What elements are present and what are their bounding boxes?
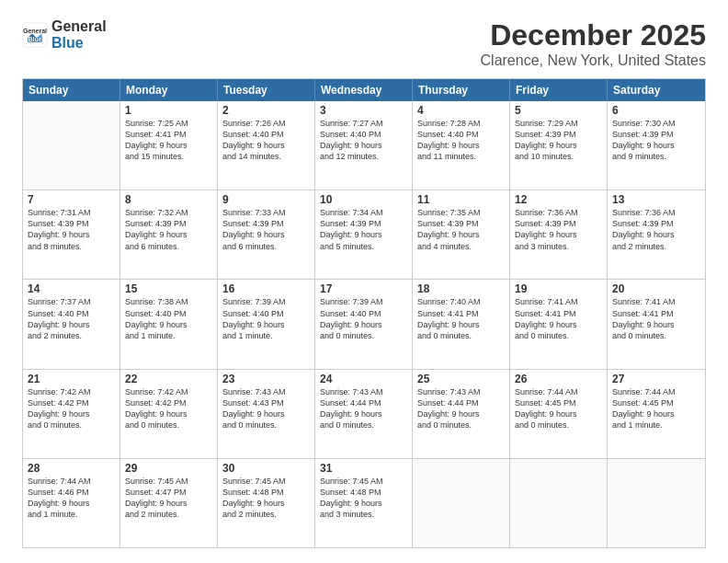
day-number: 8 [125,193,212,206]
cal-cell-r0-c3: 3Sunrise: 7:27 AMSunset: 4:40 PMDaylight… [315,101,413,190]
day-number: 21 [28,373,115,385]
cal-cell-r3-c0: 21Sunrise: 7:42 AMSunset: 4:42 PMDayligh… [23,370,120,458]
cell-info: Sunrise: 7:45 AMSunset: 4:48 PMDaylight:… [320,476,407,521]
cal-cell-r0-c5: 5Sunrise: 7:29 AMSunset: 4:39 PMDaylight… [510,101,608,190]
cell-info: Sunrise: 7:39 AMSunset: 4:40 PMDaylight:… [222,296,310,341]
cell-info: Sunrise: 7:36 AMSunset: 4:39 PMDaylight:… [612,207,700,252]
cell-info: Sunrise: 7:31 AMSunset: 4:39 PMDaylight:… [28,207,115,252]
cal-cell-r2-c0: 14Sunrise: 7:37 AMSunset: 4:40 PMDayligh… [23,280,120,368]
subtitle: Clarence, New York, United States [481,52,706,69]
day-number: 12 [515,193,602,206]
cell-info: Sunrise: 7:29 AMSunset: 4:39 PMDaylight:… [515,118,602,163]
cell-info: Sunrise: 7:35 AMSunset: 4:39 PMDaylight:… [417,207,505,252]
day-number: 22 [125,373,212,385]
cell-info: Sunrise: 7:45 AMSunset: 4:47 PMDaylight:… [125,476,212,521]
cell-info: Sunrise: 7:43 AMSunset: 4:44 PMDaylight:… [417,386,505,431]
cal-cell-r2-c5: 19Sunrise: 7:41 AMSunset: 4:41 PMDayligh… [510,280,608,368]
title-block: December 2025 Clarence, New York, United… [481,18,706,69]
cell-info: Sunrise: 7:38 AMSunset: 4:40 PMDaylight:… [125,296,212,341]
cell-info: Sunrise: 7:36 AMSunset: 4:39 PMDaylight:… [515,207,602,252]
svg-rect-0 [23,22,47,46]
col-monday: Monday [120,79,218,101]
cal-cell-r3-c2: 23Sunrise: 7:43 AMSunset: 4:43 PMDayligh… [218,370,315,458]
cell-info: Sunrise: 7:45 AMSunset: 4:48 PMDaylight:… [222,476,310,521]
cell-info: Sunrise: 7:43 AMSunset: 4:43 PMDaylight:… [222,386,310,431]
day-number: 11 [417,193,505,206]
col-tuesday: Tuesday [218,79,315,101]
main-title: December 2025 [481,18,706,52]
cell-info: Sunrise: 7:44 AMSunset: 4:45 PMDaylight:… [515,386,602,431]
cell-info: Sunrise: 7:42 AMSunset: 4:42 PMDaylight:… [28,386,115,431]
cell-info: Sunrise: 7:26 AMSunset: 4:40 PMDaylight:… [222,118,310,163]
cell-info: Sunrise: 7:42 AMSunset: 4:42 PMDaylight:… [125,386,212,431]
svg-text:Blue: Blue [28,36,41,42]
logo-text-block: General Blue [51,18,107,51]
day-number: 28 [28,462,115,475]
cal-row-0: 1Sunrise: 7:25 AMSunset: 4:41 PMDaylight… [23,101,705,190]
cal-cell-r4-c3: 31Sunrise: 7:45 AMSunset: 4:48 PMDayligh… [315,459,413,547]
cell-info: Sunrise: 7:43 AMSunset: 4:44 PMDaylight:… [320,386,407,431]
cell-info: Sunrise: 7:40 AMSunset: 4:41 PMDaylight:… [417,296,505,341]
cell-info: Sunrise: 7:27 AMSunset: 4:40 PMDaylight:… [320,118,407,163]
day-number: 5 [515,104,602,117]
day-number: 29 [125,462,212,475]
cell-info: Sunrise: 7:39 AMSunset: 4:40 PMDaylight:… [320,296,407,341]
cal-cell-r3-c3: 24Sunrise: 7:43 AMSunset: 4:44 PMDayligh… [315,370,413,458]
day-number: 20 [612,282,700,295]
cal-cell-r2-c1: 15Sunrise: 7:38 AMSunset: 4:40 PMDayligh… [120,280,218,368]
cal-row-3: 21Sunrise: 7:42 AMSunset: 4:42 PMDayligh… [23,370,705,459]
cal-cell-r0-c2: 2Sunrise: 7:26 AMSunset: 4:40 PMDaylight… [218,101,315,190]
day-number: 3 [320,104,407,117]
day-number: 26 [515,373,602,385]
cell-info: Sunrise: 7:41 AMSunset: 4:41 PMDaylight:… [612,296,700,341]
calendar: Sunday Monday Tuesday Wednesday Thursday… [22,78,706,548]
day-number: 31 [320,462,407,475]
col-wednesday: Wednesday [315,79,413,101]
page: General Blue General Blue December 2025 … [0,0,728,563]
cal-cell-r1-c3: 10Sunrise: 7:34 AMSunset: 4:39 PMDayligh… [315,190,413,279]
col-thursday: Thursday [413,79,510,101]
logo-icon: General Blue [22,22,48,48]
cal-cell-r0-c1: 1Sunrise: 7:25 AMSunset: 4:41 PMDaylight… [120,101,218,190]
cal-row-2: 14Sunrise: 7:37 AMSunset: 4:40 PMDayligh… [23,280,705,369]
cal-cell-r2-c3: 17Sunrise: 7:39 AMSunset: 4:40 PMDayligh… [315,280,413,368]
day-number: 30 [222,462,310,475]
cal-cell-r2-c2: 16Sunrise: 7:39 AMSunset: 4:40 PMDayligh… [218,280,315,368]
cal-cell-r0-c4: 4Sunrise: 7:28 AMSunset: 4:40 PMDaylight… [413,101,510,190]
cal-cell-r4-c4 [413,459,510,547]
cal-cell-r1-c1: 8Sunrise: 7:32 AMSunset: 4:39 PMDaylight… [120,190,218,279]
cal-cell-r2-c6: 20Sunrise: 7:41 AMSunset: 4:41 PMDayligh… [608,280,705,368]
cal-cell-r4-c0: 28Sunrise: 7:44 AMSunset: 4:46 PMDayligh… [23,459,120,547]
calendar-body: 1Sunrise: 7:25 AMSunset: 4:41 PMDaylight… [23,101,705,547]
cal-cell-r0-c0 [23,101,120,190]
day-number: 15 [125,282,212,295]
cal-cell-r3-c5: 26Sunrise: 7:44 AMSunset: 4:45 PMDayligh… [510,370,608,458]
col-sunday: Sunday [23,79,120,101]
cell-info: Sunrise: 7:30 AMSunset: 4:39 PMDaylight:… [612,118,700,163]
day-number: 7 [28,193,115,206]
day-number: 19 [515,282,602,295]
cell-info: Sunrise: 7:25 AMSunset: 4:41 PMDaylight:… [125,118,212,163]
col-friday: Friday [510,79,608,101]
cal-cell-r4-c5 [510,459,608,547]
day-number: 25 [417,373,505,385]
logo-general: General [51,18,107,34]
cal-cell-r3-c6: 27Sunrise: 7:44 AMSunset: 4:45 PMDayligh… [608,370,705,458]
logo-blue: Blue [51,35,84,51]
day-number: 9 [222,193,310,206]
cell-info: Sunrise: 7:28 AMSunset: 4:40 PMDaylight:… [417,118,505,163]
day-number: 17 [320,282,407,295]
cell-info: Sunrise: 7:44 AMSunset: 4:45 PMDaylight:… [612,386,700,431]
cal-row-4: 28Sunrise: 7:44 AMSunset: 4:46 PMDayligh… [23,459,705,547]
day-number: 4 [417,104,505,117]
cell-info: Sunrise: 7:32 AMSunset: 4:39 PMDaylight:… [125,207,212,252]
col-saturday: Saturday [608,79,705,101]
cal-cell-r1-c0: 7Sunrise: 7:31 AMSunset: 4:39 PMDaylight… [23,190,120,279]
cell-info: Sunrise: 7:41 AMSunset: 4:41 PMDaylight:… [515,296,602,341]
cal-cell-r1-c4: 11Sunrise: 7:35 AMSunset: 4:39 PMDayligh… [413,190,510,279]
day-number: 13 [612,193,700,206]
header: General Blue General Blue December 2025 … [22,18,706,69]
cal-cell-r4-c2: 30Sunrise: 7:45 AMSunset: 4:48 PMDayligh… [218,459,315,547]
cell-info: Sunrise: 7:37 AMSunset: 4:40 PMDaylight:… [28,296,115,341]
logo: General Blue General Blue [22,18,107,51]
